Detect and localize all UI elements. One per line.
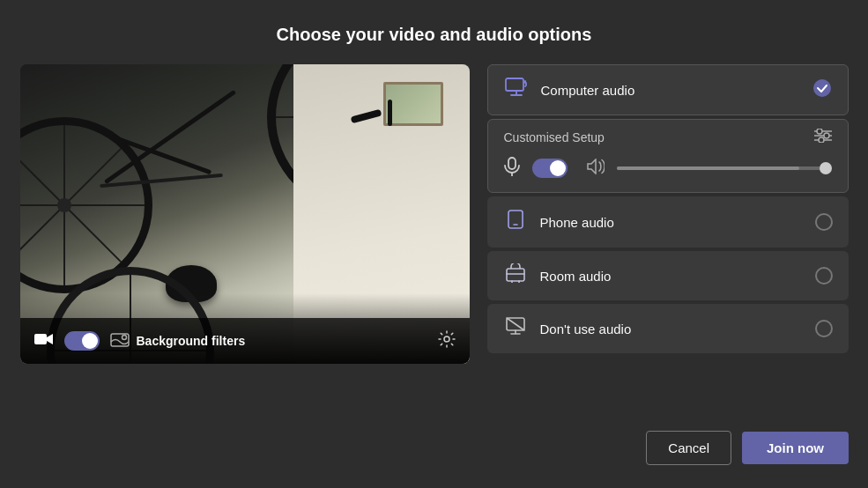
video-section: Background filters [20, 64, 470, 364]
audio-option-phone[interactable]: Phone audio [487, 196, 849, 248]
sliders-icon[interactable] [814, 129, 832, 146]
computer-audio-label: Computer audio [541, 83, 800, 98]
phone-audio-icon [503, 209, 528, 235]
phone-audio-radio[interactable] [815, 213, 833, 231]
video-preview: Background filters [20, 64, 470, 364]
svg-rect-12 [508, 158, 516, 169]
background-filters-button[interactable]: Background filters [110, 333, 427, 349]
speaker-icon [587, 159, 605, 178]
customised-controls [504, 157, 832, 180]
no-audio-radio[interactable] [815, 320, 833, 337]
svg-point-9 [817, 129, 822, 134]
handlebar-stem [388, 100, 392, 126]
settings-icon[interactable] [438, 330, 456, 351]
svg-rect-0 [34, 334, 47, 344]
camera-icon [34, 332, 54, 350]
bg-filter-icon [110, 333, 130, 349]
no-audio-label: Don't use audio [540, 322, 803, 336]
cancel-button[interactable]: Cancel [646, 431, 731, 465]
audio-option-computer[interactable]: Computer audio [487, 64, 849, 115]
svg-line-17 [507, 318, 524, 330]
customised-setup-section: Customised Setup [487, 119, 849, 193]
spoke2-h [20, 204, 145, 206]
page-title: Choose your video and audio options [277, 25, 592, 45]
customised-label: Customised Setup [504, 130, 605, 144]
join-now-button[interactable]: Join now [742, 432, 849, 464]
audio-option-room[interactable]: Room audio [487, 251, 849, 300]
video-toolbar: Background filters [20, 318, 470, 364]
hub2 [57, 198, 71, 212]
no-audio-icon [503, 316, 528, 341]
phone-audio-label: Phone audio [540, 215, 803, 230]
svg-point-10 [824, 133, 829, 138]
svg-point-5 [813, 79, 831, 97]
room-audio-label: Room audio [540, 269, 803, 284]
camera-toggle[interactable] [64, 331, 100, 351]
main-content: Background filters [20, 64, 849, 364]
svg-rect-15 [507, 269, 524, 281]
mic-icon [504, 157, 520, 180]
frame-tube-1 [103, 90, 235, 184]
room-audio-radio[interactable] [815, 267, 833, 285]
computer-audio-check [812, 78, 832, 101]
svg-point-2 [122, 336, 126, 340]
svg-point-3 [444, 336, 449, 342]
computer-audio-icon [504, 78, 529, 102]
customised-header: Customised Setup [504, 129, 832, 146]
svg-point-11 [819, 137, 824, 143]
volume-slider[interactable] [617, 166, 832, 170]
bottom-actions: Cancel Join now [646, 431, 849, 465]
picture-frame [383, 82, 443, 126]
audio-section: Computer audio Customised Setup [487, 64, 849, 355]
audio-option-none[interactable]: Don't use audio [487, 304, 849, 353]
svg-rect-4 [506, 78, 523, 91]
volume-fill [617, 166, 799, 170]
room-audio-icon [503, 263, 528, 288]
mic-toggle[interactable] [532, 159, 568, 178]
volume-thumb[interactable] [820, 162, 832, 174]
bg-filters-label: Background filters [137, 334, 246, 348]
